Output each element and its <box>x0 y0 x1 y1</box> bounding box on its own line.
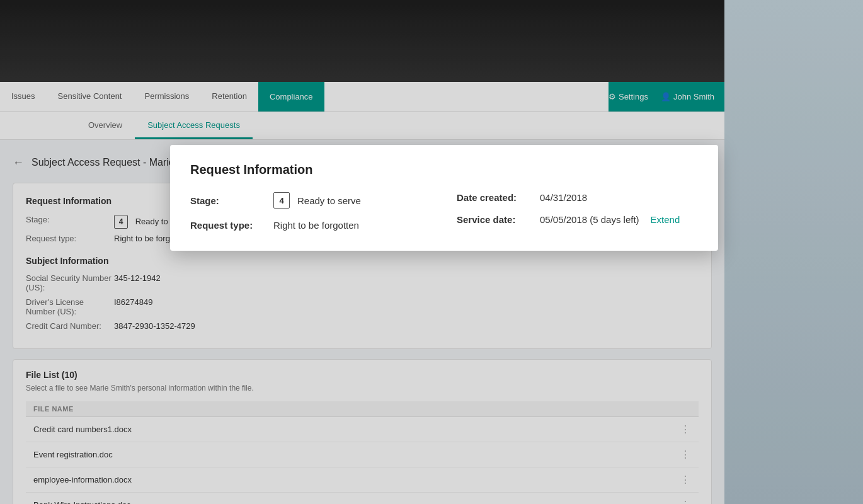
popup-right-col: Date created: 04/31/2018 Service date: 0… <box>457 192 698 231</box>
popup-title: Request Information <box>190 163 698 177</box>
popup-left-col: Stage: 4 Ready to serve Request type: Ri… <box>190 192 432 231</box>
popup-overlay <box>0 0 863 504</box>
popup-stage-badge: 4 <box>273 192 290 209</box>
popup-grid: Stage: 4 Ready to serve Request type: Ri… <box>190 192 698 231</box>
popup-date-created-label: Date created: <box>457 192 532 203</box>
popup-stage-label: Stage: <box>190 195 266 206</box>
popup-stage-field: Stage: 4 Ready to serve <box>190 192 432 209</box>
popup-date-created-value: 04/31/2018 <box>540 192 587 203</box>
popup-date-created-field: Date created: 04/31/2018 <box>457 192 698 203</box>
extend-link[interactable]: Extend <box>651 214 680 225</box>
popup-request-type-label: Request type: <box>190 220 266 231</box>
popup-stage-text: Ready to serve <box>297 195 361 206</box>
popup-service-date-field: Service date: 05/05/2018 (5 days left) E… <box>457 214 698 225</box>
popup-request-type-value: Right to be forgotten <box>273 220 359 231</box>
popup-service-date-label: Service date: <box>457 214 532 225</box>
request-info-popup: Request Information Stage: 4 Ready to se… <box>170 145 718 251</box>
popup-service-date-value: 05/05/2018 (5 days left) <box>540 214 639 225</box>
popup-request-type-field: Request type: Right to be forgotten <box>190 220 432 231</box>
